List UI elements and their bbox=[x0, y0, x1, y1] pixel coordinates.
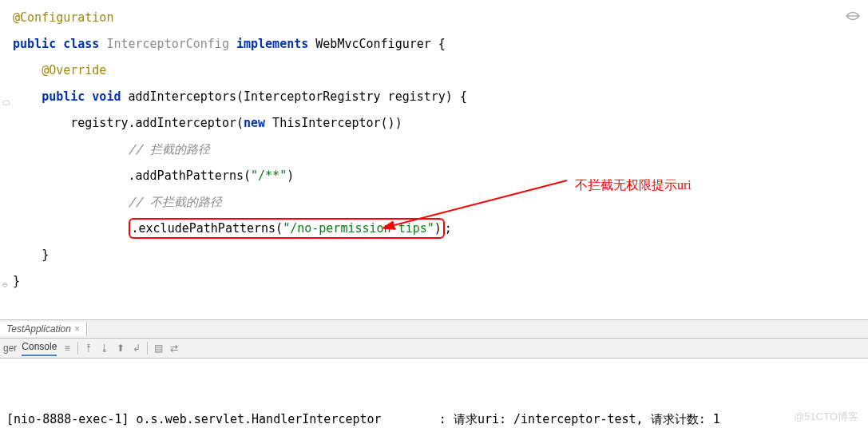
close-tab-icon[interactable]: × bbox=[74, 323, 80, 335]
code-line: .excludePathPatterns("/no-permission-tip… bbox=[13, 216, 868, 242]
watermark: @51CTO博客 bbox=[794, 410, 858, 424]
gutter-override-icon[interactable]: ⬭ bbox=[2, 89, 10, 116]
console-line: [nio-8888-exec-1] o.s.web.servlet.Handle… bbox=[6, 408, 862, 430]
code-line: @Configuration bbox=[13, 5, 868, 31]
gutter-fold-icon[interactable]: ⊖ bbox=[2, 271, 8, 298]
console-toolbar: ger Console ≡ ⭱ ⭳ ⬆ ↲ ▤ ⇄ bbox=[0, 338, 868, 359]
toolbar-label[interactable]: ger bbox=[3, 343, 17, 354]
code-line: } bbox=[13, 268, 868, 295]
code-editor[interactable]: ⬭ ⊖ @Configuration public class Intercep… bbox=[0, 0, 868, 319]
highlighted-code: .excludePathPatterns("/no-permission-tip… bbox=[129, 218, 445, 239]
inspection-eye-icon[interactable] bbox=[846, 5, 860, 31]
code-line: @Override bbox=[13, 57, 868, 84]
code-line: public class InterceptorConfig implement… bbox=[13, 31, 868, 57]
tab-label: TestApplication bbox=[6, 323, 71, 335]
print-icon[interactable]: ▤ bbox=[153, 343, 164, 354]
console-output[interactable]: [nio-8888-exec-1] o.s.web.servlet.Handle… bbox=[0, 359, 868, 432]
filter-icon[interactable]: ⇄ bbox=[168, 343, 180, 354]
separator bbox=[147, 342, 148, 355]
code-line: // 拦截的路径 bbox=[13, 137, 868, 163]
export-icon[interactable]: ⬆ bbox=[115, 343, 126, 354]
code-line: public void addInterceptors(InterceptorR… bbox=[13, 84, 868, 110]
code-line: // 不拦截的路径 bbox=[13, 189, 868, 216]
run-tabs-bar: TestApplication × bbox=[0, 319, 868, 338]
scroll-down-icon[interactable]: ⭳ bbox=[99, 343, 110, 354]
scroll-up-icon[interactable]: ⭱ bbox=[83, 343, 94, 354]
code-line: } bbox=[13, 242, 868, 268]
code-line: registry.addInterceptor(new ThisIntercep… bbox=[13, 110, 868, 137]
toolbar-icon[interactable]: ≡ bbox=[61, 343, 73, 354]
console-tab[interactable]: Console bbox=[22, 341, 57, 356]
annotation-label: 不拦截无权限提示uri bbox=[575, 172, 692, 198]
code-line: .addPathPatterns("/**") bbox=[13, 163, 868, 189]
soft-wrap-icon[interactable]: ↲ bbox=[131, 343, 142, 354]
tab-test-application[interactable]: TestApplication × bbox=[0, 322, 87, 336]
separator bbox=[77, 342, 78, 355]
